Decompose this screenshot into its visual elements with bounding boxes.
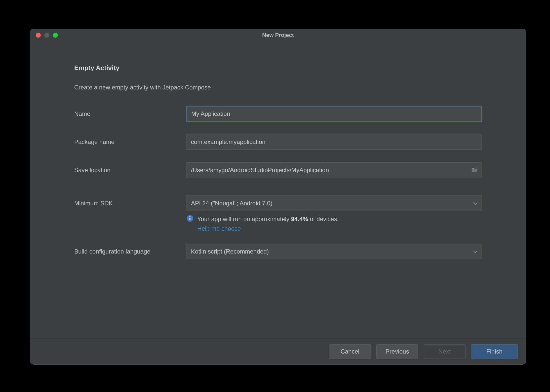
package-label: Package name — [74, 138, 186, 145]
svg-rect-2 — [189, 218, 190, 220]
build-lang-value: Kotlin script (Recommended) — [191, 248, 269, 255]
titlebar: New Project — [30, 29, 526, 41]
name-label: Name — [74, 110, 186, 117]
info-icon — [186, 215, 194, 224]
page-description: Create a new empty activity with Jetpack… — [74, 84, 482, 91]
location-input[interactable] — [186, 162, 482, 178]
sdk-hint-percent: 94.4% — [291, 216, 308, 222]
chevron-down-icon — [473, 248, 478, 255]
min-sdk-select[interactable]: API 24 ("Nougat"; Android 7.0) — [186, 195, 482, 211]
build-lang-label: Build configuration language — [74, 248, 186, 255]
min-sdk-label: Minimum SDK — [74, 200, 186, 207]
name-input[interactable] — [186, 106, 482, 122]
sdk-hint-text: Your app will run on approximately 94.4%… — [197, 216, 339, 223]
page-heading: Empty Activity — [74, 64, 482, 72]
minimize-window-button[interactable] — [44, 33, 49, 38]
close-window-button[interactable] — [36, 33, 41, 38]
maximize-window-button[interactable] — [53, 33, 58, 38]
dialog-content: Empty Activity Create a new empty activi… — [30, 41, 526, 338]
help-me-choose-link[interactable]: Help me choose — [197, 225, 241, 232]
window-controls — [30, 33, 58, 38]
row-min-sdk: Minimum SDK API 24 ("Nougat"; Android 7.… — [74, 195, 482, 211]
package-input[interactable] — [186, 134, 482, 150]
window-title: New Project — [30, 32, 526, 38]
build-lang-select[interactable]: Kotlin script (Recommended) — [186, 244, 482, 259]
folder-open-icon[interactable] — [471, 167, 478, 173]
row-build-lang: Build configuration language Kotlin scri… — [74, 244, 482, 259]
previous-button[interactable]: Previous — [376, 344, 418, 359]
dialog-footer: Cancel Previous Next Finish — [30, 338, 526, 364]
location-label: Save location — [74, 167, 186, 174]
form: Name Package name Save location — [74, 106, 482, 272]
sdk-hint-suffix: of devices. — [308, 216, 339, 222]
svg-point-1 — [189, 216, 191, 218]
row-name: Name — [74, 106, 482, 122]
dialog-window: New Project Empty Activity Create a new … — [30, 29, 526, 364]
row-package: Package name — [74, 134, 482, 150]
row-location: Save location — [74, 162, 482, 178]
sdk-hint-prefix: Your app will run on approximately — [197, 216, 291, 222]
min-sdk-value: API 24 ("Nougat"; Android 7.0) — [191, 200, 272, 207]
chevron-down-icon — [473, 200, 478, 207]
next-button: Next — [424, 344, 465, 359]
finish-button[interactable]: Finish — [471, 344, 518, 359]
sdk-hint: Your app will run on approximately 94.4%… — [186, 215, 482, 232]
cancel-button[interactable]: Cancel — [329, 344, 371, 359]
